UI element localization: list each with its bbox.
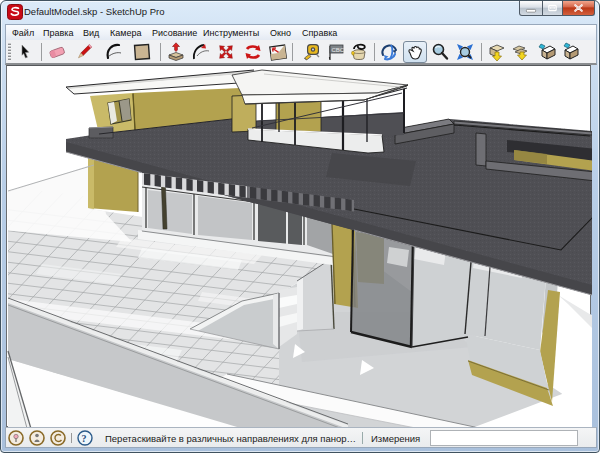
svg-text:CBC: CBC xyxy=(332,47,345,53)
svg-text:?: ? xyxy=(82,433,87,444)
